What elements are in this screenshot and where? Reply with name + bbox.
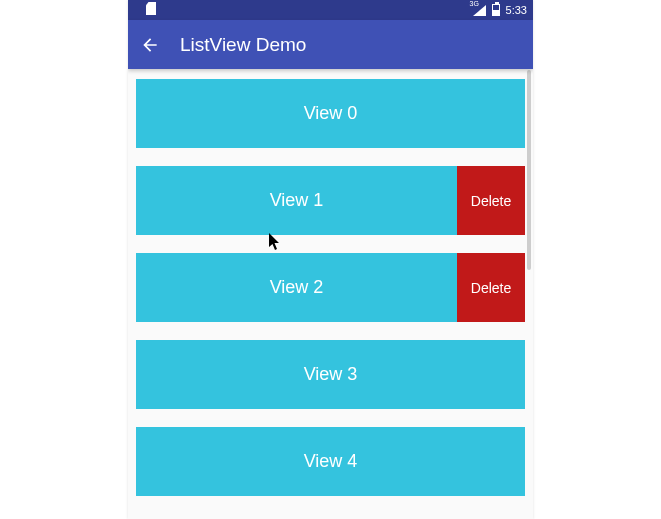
scrollbar[interactable] bbox=[527, 70, 531, 270]
clock-label: 5:33 bbox=[506, 4, 527, 16]
app-bar: ListView Demo bbox=[128, 20, 533, 69]
list-item-label: View 0 bbox=[304, 103, 358, 124]
list-item-content[interactable]: View 3 bbox=[136, 340, 525, 409]
canvas: 3G 5:33 ListView Demo View 0 bbox=[0, 0, 661, 519]
list-item-label: View 4 bbox=[304, 451, 358, 472]
status-bar: 3G 5:33 bbox=[128, 0, 533, 20]
list-item[interactable]: View 4 bbox=[136, 427, 525, 496]
signal-icon bbox=[473, 5, 486, 16]
list-view[interactable]: View 0 View 1 Delete View 2 bbox=[128, 69, 533, 496]
list-item-content[interactable]: View 1 bbox=[136, 166, 457, 235]
device-frame: 3G 5:33 ListView Demo View 0 bbox=[128, 0, 533, 519]
back-arrow-icon[interactable] bbox=[140, 35, 160, 55]
list-item-label: View 1 bbox=[270, 190, 324, 211]
status-left-icons bbox=[146, 2, 156, 15]
sd-card-icon bbox=[146, 2, 156, 15]
cursor-icon bbox=[269, 233, 281, 251]
app-title: ListView Demo bbox=[180, 34, 306, 56]
list-item[interactable]: View 3 bbox=[136, 340, 525, 409]
signal-group: 3G bbox=[473, 5, 486, 16]
list-item-label: View 2 bbox=[270, 277, 324, 298]
list-item-content[interactable]: View 2 bbox=[136, 253, 457, 322]
delete-label: Delete bbox=[471, 193, 511, 209]
delete-button[interactable]: Delete bbox=[457, 253, 525, 322]
list-item-label: View 3 bbox=[304, 364, 358, 385]
list-item-content[interactable]: View 0 bbox=[136, 79, 525, 148]
list-item[interactable]: View 2 Delete bbox=[136, 253, 525, 322]
battery-icon bbox=[492, 4, 500, 16]
list-item-content[interactable]: View 4 bbox=[136, 427, 525, 496]
delete-button[interactable]: Delete bbox=[457, 166, 525, 235]
delete-label: Delete bbox=[471, 280, 511, 296]
list-item[interactable]: View 1 Delete bbox=[136, 166, 525, 235]
list-item[interactable]: View 0 bbox=[136, 79, 525, 148]
